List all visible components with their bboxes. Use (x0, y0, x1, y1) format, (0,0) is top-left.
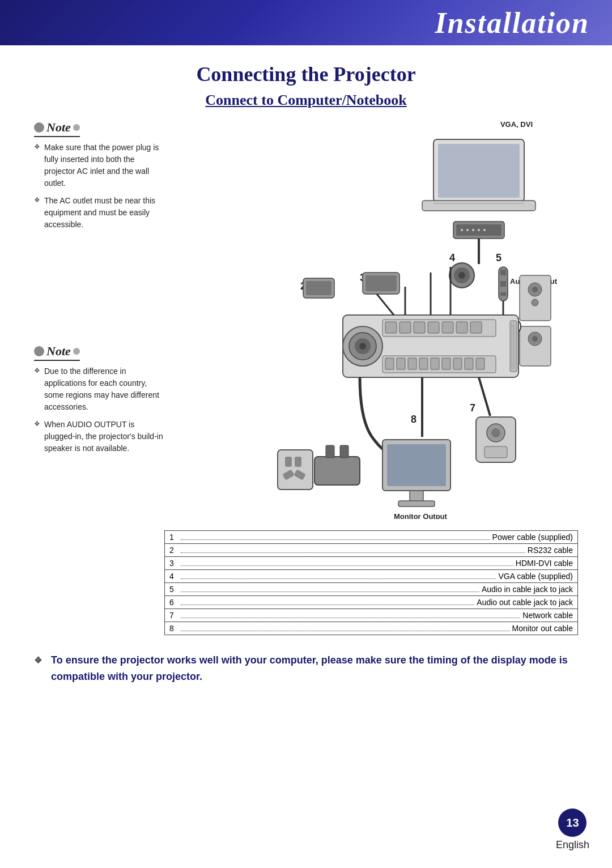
page-number: 13 (566, 816, 579, 829)
section-title: Connecting the Projector (34, 62, 578, 86)
note-box-1: Note Make sure that the power plug is fu… (34, 120, 164, 231)
connector-5: 5 (496, 252, 508, 301)
speaker-icon (520, 275, 551, 366)
cable-label-6: Audio out cable jack to jack (477, 598, 573, 607)
svg-rect-63 (326, 445, 334, 458)
svg-rect-74 (398, 501, 435, 507)
connector-4: 4 (449, 252, 474, 288)
cable-row-7: 7 Network cable (164, 609, 578, 622)
svg-rect-24 (500, 281, 506, 287)
cable-dots-1 (181, 534, 490, 540)
subsection-title: Connect to Computer/Notebook (34, 92, 578, 109)
svg-rect-53 (397, 358, 405, 369)
vga-dvi-label: VGA, DVI (500, 120, 533, 129)
cable-label-3: HDMI-DVI cable (516, 559, 573, 568)
svg-text:4: 4 (449, 252, 455, 263)
svg-rect-73 (410, 491, 423, 502)
svg-rect-54 (408, 358, 416, 369)
cable-row-6: 6 Audio out cable jack to jack (164, 596, 578, 609)
svg-rect-2 (422, 201, 536, 211)
svg-rect-79 (484, 446, 507, 458)
svg-rect-46 (414, 322, 425, 333)
cable-num-6: 6 (169, 598, 178, 607)
page-number-circle: 13 (558, 809, 586, 837)
svg-text:5: 5 (496, 252, 502, 263)
cable-row-5: 5 Audio in cable jack to jack (164, 583, 578, 596)
cable-num-1: 1 (169, 533, 178, 542)
cable-num-3: 3 (169, 559, 178, 568)
cable-dots-3 (181, 560, 513, 566)
content-area: Connecting the Projector Connect to Comp… (0, 45, 612, 759)
network-device-icon (476, 417, 516, 462)
svg-rect-56 (431, 358, 439, 369)
page-number-area: 13 English (556, 809, 589, 851)
svg-rect-49 (456, 322, 468, 333)
cable-label-1: Power cable (supplied) (492, 533, 573, 542)
note-label-2: Note (34, 344, 80, 361)
cable-dots-6 (181, 599, 474, 605)
svg-rect-60 (476, 358, 484, 369)
svg-point-6 (461, 229, 463, 231)
projector-body (343, 315, 518, 377)
cable-list-table: 1 Power cable (supplied) 2 RS232 cable 3… (164, 530, 578, 635)
svg-rect-44 (385, 322, 397, 333)
note-box-2: Note Due to the difference in applicatio… (34, 344, 164, 454)
page-title: Installation (435, 6, 589, 40)
svg-rect-72 (387, 444, 446, 486)
svg-rect-67 (295, 457, 301, 467)
note-label-1: Note (34, 120, 80, 137)
svg-rect-48 (442, 322, 453, 333)
svg-rect-25 (500, 292, 506, 296)
svg-rect-62 (314, 457, 360, 485)
cable-label-8: Monitor out cable (512, 624, 573, 633)
svg-rect-64 (340, 445, 348, 458)
laptop-icon (422, 139, 536, 211)
cable-dots-4 (181, 573, 496, 579)
main-layout: Note Make sure that the power plug is fu… (34, 120, 578, 519)
full-page: Installation Connecting the Projector Co… (0, 0, 612, 868)
left-panel: Note Make sure that the power plug is fu… (34, 120, 164, 519)
page-language: English (556, 839, 589, 851)
monitor-output-label: Monitor Output (394, 512, 448, 519)
svg-point-7 (466, 229, 469, 231)
svg-rect-1 (438, 144, 520, 198)
svg-rect-36 (510, 321, 517, 372)
svg-point-32 (532, 336, 538, 342)
cable-num-2: 2 (169, 546, 178, 555)
svg-rect-23 (500, 270, 506, 275)
cable-num-4: 4 (169, 572, 178, 581)
cable-dots-8 (181, 626, 510, 631)
cable-num-5: 5 (169, 585, 178, 594)
svg-rect-57 (442, 358, 450, 369)
svg-rect-16 (306, 281, 332, 295)
cable-label-5: Audio in cable jack to jack (482, 585, 573, 594)
svg-rect-50 (470, 322, 482, 333)
svg-point-9 (478, 229, 480, 231)
cable-label-7: Network cable (522, 611, 573, 620)
svg-rect-14 (366, 275, 397, 291)
svg-point-10 (483, 229, 486, 231)
bottom-note: To ensure the projector works well with … (34, 652, 578, 685)
note-item-1-1: Make sure that the power plug is fully i… (34, 142, 164, 189)
connector-2 (303, 278, 334, 298)
connection-diagram: 3 2 4 (196, 122, 558, 519)
cable-num-7: 7 (169, 611, 178, 620)
connector-3: 3 (360, 272, 400, 294)
cable-row-8: 8 Monitor out cable (164, 622, 578, 635)
page-content: Connecting the Projector Connect to Comp… (0, 45, 612, 702)
svg-rect-66 (285, 457, 292, 467)
svg-rect-26 (520, 275, 551, 321)
svg-rect-58 (453, 358, 462, 369)
svg-point-29 (532, 299, 538, 306)
cable-label-2: RS232 cable (528, 546, 573, 555)
cable-row-1: 1 Power cable (supplied) (164, 530, 578, 544)
svg-line-83 (377, 294, 394, 315)
svg-rect-55 (419, 358, 428, 369)
note-item-2-2: When AUDIO OUTPUT is plugged-in, the pro… (34, 419, 164, 454)
svg-point-42 (359, 343, 366, 350)
svg-rect-47 (428, 322, 439, 333)
cable-dots-5 (181, 586, 479, 592)
note-item-1-2: The AC outlet must be near this equipmen… (34, 195, 164, 231)
note-item-2-1: Due to the difference in applications fo… (34, 365, 164, 413)
cable-row-2: 2 RS232 cable (164, 544, 578, 557)
